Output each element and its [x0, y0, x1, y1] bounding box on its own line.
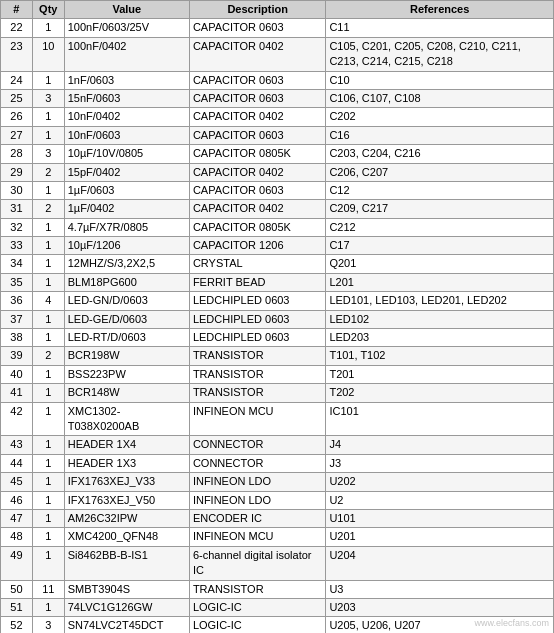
cell-value: LED-GN/D/0603 — [64, 292, 189, 310]
cell-desc: INFINEON MCU — [189, 402, 326, 436]
table-row: 3214.7µF/X7R/0805CAPACITOR 0805KC212 — [1, 218, 554, 236]
cell-num: 28 — [1, 145, 33, 163]
cell-num: 35 — [1, 273, 33, 291]
cell-qty: 1 — [32, 255, 64, 273]
cell-refs: U2 — [326, 491, 554, 509]
cell-value: 100nF/0603/25V — [64, 19, 189, 37]
cell-value: LED-RT/D/0603 — [64, 329, 189, 347]
cell-refs: U204 — [326, 546, 554, 580]
cell-desc: TRANSISTOR — [189, 347, 326, 365]
cell-qty: 1 — [32, 108, 64, 126]
cell-value: BSS223PW — [64, 365, 189, 383]
cell-num: 39 — [1, 347, 33, 365]
cell-qty: 1 — [32, 126, 64, 144]
cell-value: LED-GE/D/0603 — [64, 310, 189, 328]
cell-desc: INFINEON LDO — [189, 491, 326, 509]
cell-qty: 3 — [32, 617, 64, 633]
cell-num: 24 — [1, 71, 33, 89]
table-row: 3121µF/0402CAPACITOR 0402C209, C217 — [1, 200, 554, 218]
cell-num: 40 — [1, 365, 33, 383]
table-row: 441HEADER 1X3CONNECTORJ3 — [1, 454, 554, 472]
cell-refs: C10 — [326, 71, 554, 89]
cell-qty: 1 — [32, 402, 64, 436]
cell-num: 31 — [1, 200, 33, 218]
cell-refs: U101 — [326, 509, 554, 527]
cell-qty: 1 — [32, 436, 64, 454]
cell-refs: LED203 — [326, 329, 554, 347]
cell-desc: CAPACITOR 1206 — [189, 237, 326, 255]
cell-num: 52 — [1, 617, 33, 633]
cell-qty: 4 — [32, 292, 64, 310]
cell-qty: 1 — [32, 384, 64, 402]
cell-refs: C12 — [326, 181, 554, 199]
table-row: 411BCR148WTRANSISTORT202 — [1, 384, 554, 402]
cell-desc: CONNECTOR — [189, 436, 326, 454]
cell-num: 27 — [1, 126, 33, 144]
cell-desc: LOGIC-IC — [189, 598, 326, 616]
cell-qty: 10 — [32, 37, 64, 71]
cell-value: 10µF/1206 — [64, 237, 189, 255]
cell-refs: T101, T102 — [326, 347, 554, 365]
cell-value: 10µF/10V/0805 — [64, 145, 189, 163]
cell-qty: 1 — [32, 491, 64, 509]
cell-qty: 1 — [32, 454, 64, 472]
table-row: 29215pF/0402CAPACITOR 0402C206, C207 — [1, 163, 554, 181]
cell-num: 29 — [1, 163, 33, 181]
cell-refs: LED102 — [326, 310, 554, 328]
cell-qty: 1 — [32, 273, 64, 291]
cell-num: 22 — [1, 19, 33, 37]
cell-refs: U203 — [326, 598, 554, 616]
cell-desc: CAPACITOR 0402 — [189, 163, 326, 181]
cell-num: 44 — [1, 454, 33, 472]
header-qty: Qty — [32, 1, 64, 19]
cell-desc: CAPACITOR 0402 — [189, 37, 326, 71]
cell-qty: 1 — [32, 329, 64, 347]
cell-desc: CAPACITOR 0805K — [189, 218, 326, 236]
cell-desc: CAPACITOR 0402 — [189, 200, 326, 218]
table-row: 28310µF/10V/0805CAPACITOR 0805KC203, C20… — [1, 145, 554, 163]
cell-refs: C106, C107, C108 — [326, 89, 554, 107]
cell-value: 4.7µF/X7R/0805 — [64, 218, 189, 236]
cell-refs: C16 — [326, 126, 554, 144]
table-row: 471AM26C32IPWENCODER ICU101 — [1, 509, 554, 527]
cell-desc: LEDCHIPLED 0603 — [189, 329, 326, 347]
cell-value: HEADER 1X4 — [64, 436, 189, 454]
cell-value: BCR198W — [64, 347, 189, 365]
cell-num: 43 — [1, 436, 33, 454]
cell-value: 15pF/0402 — [64, 163, 189, 181]
cell-value: Si8462BB-B-IS1 — [64, 546, 189, 580]
cell-qty: 1 — [32, 237, 64, 255]
cell-refs: T201 — [326, 365, 554, 383]
cell-qty: 2 — [32, 200, 64, 218]
watermark: www.elecfans.com — [474, 618, 549, 628]
table-row: 3011µF/0603CAPACITOR 0603C12 — [1, 181, 554, 199]
cell-num: 47 — [1, 509, 33, 527]
cell-num: 50 — [1, 580, 33, 598]
cell-desc: LEDCHIPLED 0603 — [189, 292, 326, 310]
cell-num: 42 — [1, 402, 33, 436]
cell-desc: CRYSTAL — [189, 255, 326, 273]
cell-value: XMC4200_QFN48 — [64, 528, 189, 546]
cell-refs: U3 — [326, 580, 554, 598]
cell-value: 1µF/0603 — [64, 181, 189, 199]
cell-qty: 1 — [32, 473, 64, 491]
cell-value: 15nF/0603 — [64, 89, 189, 107]
cell-refs: C206, C207 — [326, 163, 554, 181]
cell-qty: 1 — [32, 71, 64, 89]
table-row: 51174LVC1G126GWLOGIC-ICU203 — [1, 598, 554, 616]
cell-refs: U202 — [326, 473, 554, 491]
table-row: 392BCR198WTRANSISTORT101, T102 — [1, 347, 554, 365]
cell-value: 12MHZ/S/3,2X2,5 — [64, 255, 189, 273]
cell-num: 37 — [1, 310, 33, 328]
table-row: 27110nF/0603CAPACITOR 0603C16 — [1, 126, 554, 144]
cell-value: 74LVC1G126GW — [64, 598, 189, 616]
cell-refs: C11 — [326, 19, 554, 37]
table-row: 381LED-RT/D/0603LEDCHIPLED 0603LED203 — [1, 329, 554, 347]
cell-desc: TRANSISTOR — [189, 384, 326, 402]
header-refs: References — [326, 1, 554, 19]
cell-num: 48 — [1, 528, 33, 546]
header-value: Value — [64, 1, 189, 19]
cell-refs: C203, C204, C216 — [326, 145, 554, 163]
cell-refs: C209, C217 — [326, 200, 554, 218]
table-row: 371LED-GE/D/0603LEDCHIPLED 0603LED102 — [1, 310, 554, 328]
